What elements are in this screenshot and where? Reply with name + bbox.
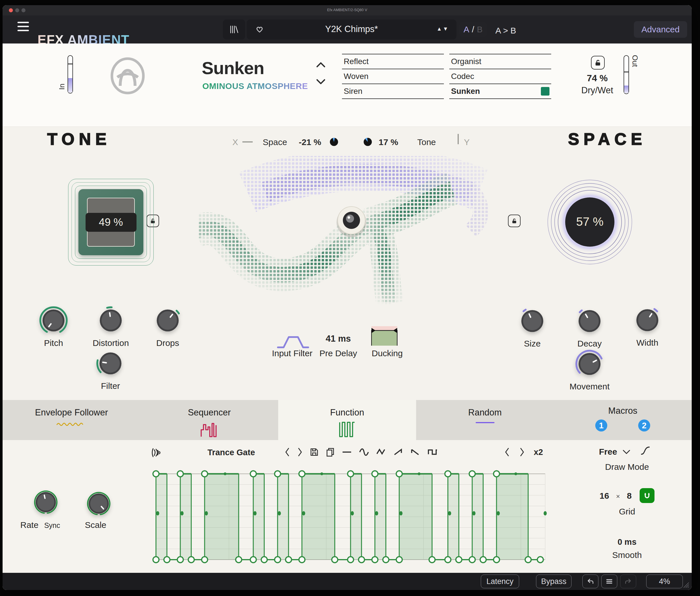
preset-list-column-2: Organist Codec Sunken: [449, 54, 551, 99]
preset-list-item[interactable]: Reflect: [342, 54, 444, 69]
plugin-window: Efx AMBIENT/2-SQ80 V EFX AMBIENT Y2K Chi…: [3, 5, 692, 590]
tab-macros[interactable]: Macros 1 2: [554, 400, 692, 440]
smooth-value[interactable]: 0 ms: [598, 537, 656, 547]
preset-info-band: In Sunken OMINOUS ATMOSPHERE Reflect Wov…: [3, 44, 692, 127]
grid-size-controls: 16 × 8: [600, 491, 632, 501]
tab-function[interactable]: Function: [278, 400, 416, 440]
drops-knob[interactable]: [152, 305, 183, 336]
preset-browser[interactable]: Y2K Chimps* ▲▼: [247, 20, 456, 40]
redo-button[interactable]: [620, 574, 636, 588]
main-menu-button[interactable]: [18, 22, 29, 33]
ui-zoom-button[interactable]: 4%: [646, 574, 683, 588]
tone-amount-control[interactable]: 49 %: [68, 179, 154, 265]
advanced-button[interactable]: Advanced: [634, 21, 687, 38]
latency-button[interactable]: Latency: [481, 574, 519, 588]
preset-list-item-selected[interactable]: Sunken: [449, 83, 551, 98]
preset-list-item[interactable]: Codec: [449, 69, 551, 83]
ramp-up-shape-button[interactable]: [393, 447, 404, 457]
random-icon: [475, 421, 495, 424]
width-knob[interactable]: [632, 305, 663, 336]
preset-up-button[interactable]: [316, 61, 326, 68]
space-amount-knob[interactable]: 57 %: [547, 179, 632, 265]
macro-1-button[interactable]: 1: [595, 419, 607, 432]
undo-button[interactable]: [582, 574, 598, 588]
ramp-down-shape-button[interactable]: [410, 447, 421, 457]
distortion-knob[interactable]: [95, 305, 126, 336]
drops-knob-label: Drops: [136, 338, 199, 348]
preset-next-button[interactable]: ▼: [443, 26, 449, 32]
library-icon: [230, 25, 239, 34]
tab-envelope-follower[interactable]: Envelope Follower: [3, 400, 141, 440]
trance-gate-editor[interactable]: [151, 469, 550, 564]
size-knob[interactable]: [517, 306, 548, 336]
flat-shape-button[interactable]: [342, 447, 352, 457]
preset-down-button[interactable]: [316, 78, 326, 85]
pitch-knob-label: Pitch: [22, 338, 85, 348]
selected-preset-swatch: [541, 87, 549, 96]
history-button[interactable]: [601, 574, 617, 588]
undo-icon: [586, 577, 595, 586]
space-lock-button[interactable]: [508, 215, 521, 227]
ab-toggle-a[interactable]: A: [464, 25, 469, 34]
preset-library-button[interactable]: [223, 20, 245, 40]
curve-mode-icon[interactable]: [640, 446, 650, 456]
window-title: Efx AMBIENT/2-SQ80 V: [3, 8, 692, 12]
shape-next-button[interactable]: [297, 447, 303, 457]
rate-knob-label: Rate: [20, 520, 39, 530]
preset-list-item[interactable]: Woven: [342, 69, 444, 83]
drywet-value[interactable]: 74 %: [569, 73, 626, 83]
scale-knob-label: Scale: [74, 520, 117, 530]
arturia-logo: [110, 57, 145, 95]
preset-prev-button[interactable]: ▲: [436, 26, 443, 32]
ab-toggle-b[interactable]: B: [477, 25, 482, 34]
rate-knob[interactable]: [31, 488, 60, 516]
preset-name-display[interactable]: Y2K Chimps*: [247, 24, 456, 34]
movement-knob[interactable]: [574, 348, 605, 380]
macos-titlebar: Efx AMBIENT/2-SQ80 V: [3, 5, 692, 16]
function-shape-title[interactable]: Trance Gate: [207, 448, 255, 457]
sine-shape-button[interactable]: [358, 447, 370, 457]
draw-mode-selector[interactable]: Free: [599, 447, 631, 457]
tab-sequencer[interactable]: Sequencer: [141, 400, 278, 440]
times-two-button[interactable]: x2: [534, 447, 543, 457]
scale-knob[interactable]: [84, 489, 113, 518]
chevron-down-icon: [622, 449, 631, 455]
shift-left-button[interactable]: [504, 447, 510, 457]
copy-a-to-b-button[interactable]: A > B: [495, 26, 516, 35]
shape-prev-button[interactable]: [284, 447, 291, 457]
decay-knob-label: Decay: [558, 339, 621, 348]
save-shape-button[interactable]: [309, 447, 319, 457]
envelope-follower-icon: [56, 421, 87, 427]
xy-pad-handle[interactable]: [336, 207, 366, 237]
current-preset-type: OMINOUS ATMOSPHERE: [202, 81, 308, 91]
resize-handle[interactable]: [682, 581, 690, 588]
input-filter-icon[interactable]: [277, 334, 309, 349]
decay-knob[interactable]: [574, 306, 605, 336]
pattern-shift-controls: x2: [504, 447, 543, 457]
preset-list-item[interactable]: Siren: [342, 83, 444, 98]
snap-magnet-button[interactable]: [640, 488, 654, 503]
preset-list-item[interactable]: Organist: [449, 54, 551, 69]
drywet-lock-button[interactable]: [591, 56, 605, 70]
sync-toggle[interactable]: Sync: [44, 521, 60, 529]
x-axis-dash: [242, 141, 253, 142]
ab-toggle[interactable]: A / B: [459, 22, 487, 37]
shift-right-button[interactable]: [519, 447, 525, 457]
triangle-shape-button[interactable]: [376, 447, 386, 457]
square-shape-button[interactable]: [427, 447, 438, 457]
predelay-value[interactable]: 41 ms: [307, 334, 370, 344]
smooth-label: Smooth: [598, 550, 656, 560]
macro-2-button[interactable]: 2: [638, 419, 650, 432]
ducking-icon[interactable]: [371, 326, 398, 346]
grid-rows-value[interactable]: 8: [627, 491, 632, 501]
pitch-knob[interactable]: [38, 305, 69, 336]
xy-pad-visualization[interactable]: [199, 144, 502, 304]
ducking-label: Ducking: [356, 348, 419, 358]
grid-label: Grid: [598, 507, 656, 516]
function-icon: [339, 421, 355, 438]
copy-shape-button[interactable]: [325, 447, 335, 457]
bypass-button[interactable]: Bypass: [536, 574, 572, 588]
filter-knob[interactable]: [95, 348, 126, 379]
tab-random[interactable]: Random: [416, 400, 554, 440]
grid-cols-value[interactable]: 16: [600, 491, 609, 501]
